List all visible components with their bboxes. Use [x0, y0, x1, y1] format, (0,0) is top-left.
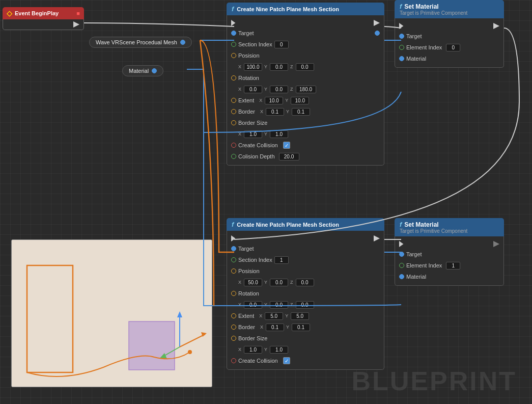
viewport-svg: [12, 240, 212, 387]
func1-rot-pin[interactable]: [231, 75, 236, 80]
func2-rot-row: Rotation: [227, 288, 384, 299]
func2-border-pin[interactable]: [231, 325, 236, 330]
func1-colldepth-label: Colision Depth: [238, 153, 275, 159]
var-material-label: Material: [129, 68, 149, 74]
func2-section-input[interactable]: [274, 256, 289, 264]
func2-border-x[interactable]: [266, 324, 284, 331]
func1-border-x-input[interactable]: [266, 108, 284, 116]
setmat1-exec-in[interactable]: [399, 23, 405, 29]
func1-pos-row: Posision: [227, 50, 384, 61]
func2-pos-z[interactable]: [296, 279, 314, 286]
func2-rot-x[interactable]: [244, 301, 262, 309]
setmat2-elemidx-label: Element Index: [406, 262, 442, 268]
func1-target-row: Target: [227, 28, 384, 39]
func1-title: Create Nine Patch Plane Mesh Section: [237, 6, 339, 12]
func2-exec-in[interactable]: [231, 235, 237, 241]
func2-pos-y[interactable]: [270, 279, 288, 286]
var-mesh-node: Wave VRScene Procedual Mesh: [89, 37, 192, 48]
func1-target-label: Target: [238, 30, 254, 36]
setmat2-material-row: Material: [395, 271, 503, 282]
setmat1-material-pin[interactable]: [399, 56, 404, 61]
func1-extent-pin[interactable]: [231, 98, 236, 103]
func2-bs-x[interactable]: [244, 346, 262, 354]
func1-rot-y-input[interactable]: [270, 86, 288, 93]
setmat1-target-pin[interactable]: [399, 34, 404, 39]
setmat1-material-row: Material: [395, 53, 503, 64]
func1-colldepth-input[interactable]: [279, 153, 299, 160]
setmat2-body: Target Element Index Material: [395, 236, 504, 286]
func2-target-pin[interactable]: [231, 246, 236, 251]
func1-pos-pin[interactable]: [231, 53, 236, 58]
func1-pos-z-label: Z: [290, 64, 293, 69]
func1-body: Target Section Index 0 Posision X Y Z Ro…: [227, 15, 384, 166]
func2-pos-pin[interactable]: [231, 268, 236, 274]
setmat1-material-label: Material: [406, 56, 426, 62]
func1-collision-checkbox[interactable]: ✓: [283, 142, 290, 149]
func1-bs-y-input[interactable]: [270, 130, 288, 138]
func2-rot-pin[interactable]: [231, 291, 236, 296]
func1-colldepth-pin[interactable]: [231, 154, 236, 159]
event-close-icon[interactable]: ■: [76, 10, 80, 16]
func2-bs-y[interactable]: [270, 346, 288, 354]
var-mesh-pin[interactable]: [180, 40, 185, 45]
func1-border-pin[interactable]: [231, 109, 236, 114]
func2-bordersize-pin[interactable]: [231, 336, 236, 341]
func1-rot-label: Rotation: [238, 75, 259, 81]
func2-rot-z[interactable]: [296, 301, 314, 309]
func1-border-y-input[interactable]: [292, 108, 310, 116]
func1-collision-pin[interactable]: [231, 143, 236, 148]
setmat1-elemidx-input[interactable]: [446, 44, 460, 51]
setmat2-exec-in[interactable]: [399, 241, 405, 247]
setmat2-exec-out[interactable]: [493, 241, 499, 247]
func1-ext-y-input[interactable]: [291, 97, 309, 104]
svg-point-9: [188, 350, 192, 354]
func1-exec-out[interactable]: [374, 20, 380, 26]
var-material-pin[interactable]: [152, 68, 157, 73]
func2-collision-pin[interactable]: [231, 358, 236, 363]
event-exec-out-pin[interactable]: [73, 21, 79, 28]
setmat1-elemidx-pin[interactable]: [399, 45, 404, 50]
setmat2-elemidx-pin[interactable]: [399, 263, 404, 268]
setmat2-material-pin[interactable]: [399, 274, 404, 279]
func1-f-icon: f: [232, 5, 234, 13]
func1-rot-z-input[interactable]: [296, 86, 316, 93]
func2-body: Target Section Index Posision X Y Z Rota…: [227, 231, 384, 370]
func2-collision-row: Create Collision ✓: [227, 355, 384, 366]
func2-target-row: Target: [227, 243, 384, 254]
func1-target-in-pin[interactable]: [231, 31, 236, 36]
setmat2-elemidx-input[interactable]: [446, 262, 460, 270]
func2-extent-pin[interactable]: [231, 313, 236, 318]
func2-pos-x[interactable]: [244, 279, 262, 286]
func1-section-pin[interactable]: [231, 42, 236, 47]
func1-bordersize-pin[interactable]: [231, 120, 236, 125]
func2-rot-label: Rotation: [238, 290, 259, 297]
func2-rot-y[interactable]: [270, 301, 288, 309]
func1-section-input[interactable]: 0: [274, 41, 289, 48]
func1-extent-row: Extent X Y: [227, 95, 384, 106]
func2-f-icon: f: [232, 221, 234, 228]
func1-pos-y-input[interactable]: [270, 63, 288, 71]
func2-bordersize-label: Border Size: [238, 335, 267, 341]
func2-section-pin[interactable]: [231, 257, 236, 262]
func1-rot-x-input[interactable]: [244, 86, 262, 93]
func2-collision-checkbox[interactable]: ✓: [283, 357, 290, 364]
setmat2-target-pin[interactable]: [399, 252, 404, 257]
setmat1-node: f Set Material Target is Primitive Compo…: [395, 0, 504, 68]
func2-ext-y[interactable]: [291, 312, 309, 320]
func2-ext-x[interactable]: [265, 312, 283, 320]
setmat2-f-icon: f: [400, 221, 402, 228]
func1-section-row: Section Index 0: [227, 39, 384, 50]
func1-pos-x-input[interactable]: [244, 63, 262, 71]
func1-target-out-pin[interactable]: [375, 31, 380, 36]
func2-border-y[interactable]: [292, 324, 310, 331]
setmat1-exec-out[interactable]: [493, 23, 499, 29]
func2-exec-out[interactable]: [374, 235, 380, 241]
func1-exec-in[interactable]: [231, 20, 237, 26]
setmat1-target-label: Target: [406, 33, 422, 39]
func1-bs-x-input[interactable]: [244, 130, 262, 138]
setmat1-header: f Set Material Target is Primitive Compo…: [395, 0, 504, 18]
func1-pos-z-input[interactable]: [296, 63, 314, 71]
setmat1-title: Set Material: [404, 3, 438, 10]
func1-ext-x-input[interactable]: [265, 97, 283, 104]
func2-title: Create Nine Patch Plane Mesh Section: [237, 222, 339, 228]
